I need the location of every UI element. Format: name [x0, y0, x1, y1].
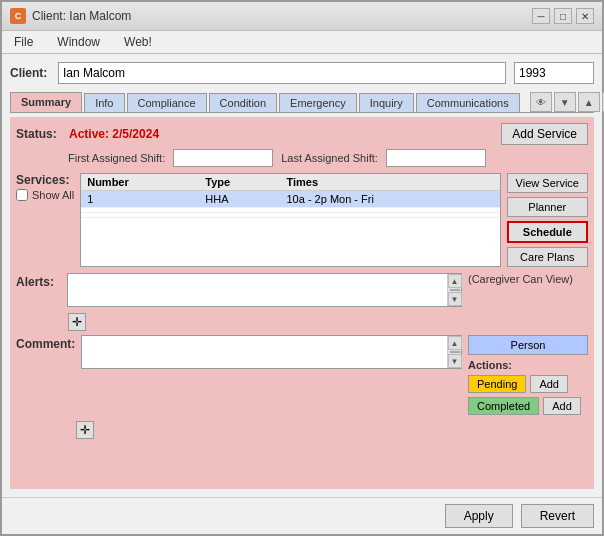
planner-button[interactable]: Planner	[507, 197, 588, 217]
completed-add-button[interactable]: Add	[543, 397, 581, 415]
apply-button[interactable]: Apply	[445, 504, 513, 528]
status-value: Active: 2/5/2024	[69, 127, 159, 141]
main-window: C Client: Ian Malcom ─ □ ✕ File Window W…	[0, 0, 604, 536]
comment-resize-icon[interactable]: ✛	[76, 421, 94, 439]
title-bar: C Client: Ian Malcom ─ □ ✕	[2, 2, 602, 31]
services-area: Services: Show All Number Type Times	[16, 173, 588, 267]
cell-times: 10a - 2p Mon - Fri	[280, 191, 499, 208]
scroll-down-icon[interactable]: ▼	[448, 292, 462, 306]
status-row: Status: Active: 2/5/2024 Add Service	[16, 123, 588, 145]
schedule-button[interactable]: Schedule	[507, 221, 588, 243]
services-label-col: Services: Show All	[16, 173, 74, 267]
alerts-textarea-wrap: ▲ ▼	[67, 273, 462, 307]
table-row[interactable]: 1 HHA 10a - 2p Mon - Fri	[81, 191, 499, 208]
tab-condition[interactable]: Condition	[209, 93, 277, 112]
cell-number: 1	[81, 191, 199, 208]
last-assigned-label: Last Assigned Shift:	[281, 152, 378, 164]
menu-file[interactable]: File	[10, 33, 37, 51]
revert-button[interactable]: Revert	[521, 504, 594, 528]
app-icon: C	[10, 8, 26, 24]
tabs-row: Summary Info Compliance Condition Emerge…	[10, 92, 594, 113]
services-label: Services:	[16, 173, 69, 187]
tab-communications[interactable]: Communications	[416, 93, 520, 112]
comment-row: Comment: ▲ ▼ Person Actions: Pending Add	[16, 335, 588, 415]
caregiver-label: (Caregiver Can View)	[468, 273, 573, 285]
minimize-button[interactable]: ─	[532, 8, 550, 24]
window-title: Client: Ian Malcom	[32, 9, 131, 23]
table-row[interactable]	[81, 213, 499, 218]
title-bar-left: C Client: Ian Malcom	[10, 8, 131, 24]
pending-status-button[interactable]: Pending	[468, 375, 526, 393]
alerts-right: (Caregiver Can View)	[468, 273, 588, 285]
person-button[interactable]: Person	[468, 335, 588, 355]
col-times: Times	[280, 174, 499, 191]
tab-emergency[interactable]: Emergency	[279, 93, 357, 112]
alerts-label: Alerts:	[16, 275, 61, 289]
scroll-up-icon[interactable]: ▲	[448, 274, 462, 288]
first-assigned-input[interactable]	[173, 149, 273, 167]
client-row: Client:	[10, 62, 594, 84]
completed-status-button[interactable]: Completed	[468, 397, 539, 415]
last-assigned-input[interactable]	[386, 149, 486, 167]
actions-label: Actions:	[468, 359, 588, 371]
tab-inquiry[interactable]: Inquiry	[359, 93, 414, 112]
eye-icon[interactable]: 👁	[530, 92, 552, 112]
tab-info[interactable]: Info	[84, 93, 124, 112]
scroll-up-icon[interactable]: ▲	[448, 336, 462, 350]
assign-row: First Assigned Shift: Last Assigned Shif…	[68, 149, 588, 167]
comment-scrollbar[interactable]: ▲ ▼	[447, 336, 461, 368]
up-arrow-icon[interactable]: ▲	[578, 92, 600, 112]
scroll-thumb[interactable]	[450, 289, 460, 291]
care-plans-button[interactable]: Care Plans	[507, 247, 588, 267]
menu-bar: File Window Web!	[2, 31, 602, 54]
scroll-down-icon[interactable]: ▼	[448, 354, 462, 368]
add-service-button[interactable]: Add Service	[501, 123, 588, 145]
tab-summary[interactable]: Summary	[10, 92, 82, 112]
show-all-row: Show All	[16, 189, 74, 201]
main-area: Status: Active: 2/5/2024 Add Service Fir…	[10, 117, 594, 489]
show-all-checkbox[interactable]	[16, 189, 28, 201]
show-all-label: Show All	[32, 189, 74, 201]
status-label: Status:	[16, 127, 61, 141]
col-type: Type	[199, 174, 280, 191]
col-number: Number	[81, 174, 199, 191]
comment-label: Comment:	[16, 337, 75, 351]
client-year-input[interactable]	[514, 62, 594, 84]
bottom-bar: Apply Revert	[2, 497, 602, 534]
tab-compliance[interactable]: Compliance	[127, 93, 207, 112]
menu-web[interactable]: Web!	[120, 33, 156, 51]
completed-action-row: Completed Add	[468, 397, 588, 415]
first-assigned-label: First Assigned Shift:	[68, 152, 165, 164]
comment-textarea[interactable]	[82, 336, 447, 368]
client-label: Client:	[10, 66, 50, 80]
view-service-button[interactable]: View Service	[507, 173, 588, 193]
alerts-textarea[interactable]	[68, 274, 447, 306]
services-table: Number Type Times 1 HHA 10a - 2p Mon - F…	[81, 174, 499, 218]
content-area: Client: Summary Info Compliance Conditio…	[2, 54, 602, 497]
alerts-scrollbar[interactable]: ▲ ▼	[447, 274, 461, 306]
alerts-resize-icon[interactable]: ✛	[68, 313, 86, 331]
pending-add-button[interactable]: Add	[530, 375, 568, 393]
down-arrow-icon[interactable]: ▼	[554, 92, 576, 112]
alerts-row: Alerts: ▲ ▼ (Caregiver Can View)	[16, 273, 588, 307]
services-table-wrap: Number Type Times 1 HHA 10a - 2p Mon - F…	[80, 173, 500, 267]
cell-type: HHA	[199, 191, 280, 208]
pending-action-row: Pending Add	[468, 375, 588, 393]
comment-right: Person Actions: Pending Add Completed Ad…	[468, 335, 588, 415]
tab-icons: 👁 ▼ ▲ ⊟	[530, 92, 604, 112]
services-right-buttons: View Service Planner Schedule Care Plans	[507, 173, 588, 267]
scroll-thumb[interactable]	[450, 351, 460, 353]
comment-textarea-wrap: ▲ ▼	[81, 335, 462, 369]
window-controls: ─ □ ✕	[532, 8, 594, 24]
maximize-button[interactable]: □	[554, 8, 572, 24]
client-name-input[interactable]	[58, 62, 506, 84]
menu-window[interactable]: Window	[53, 33, 104, 51]
close-button[interactable]: ✕	[576, 8, 594, 24]
